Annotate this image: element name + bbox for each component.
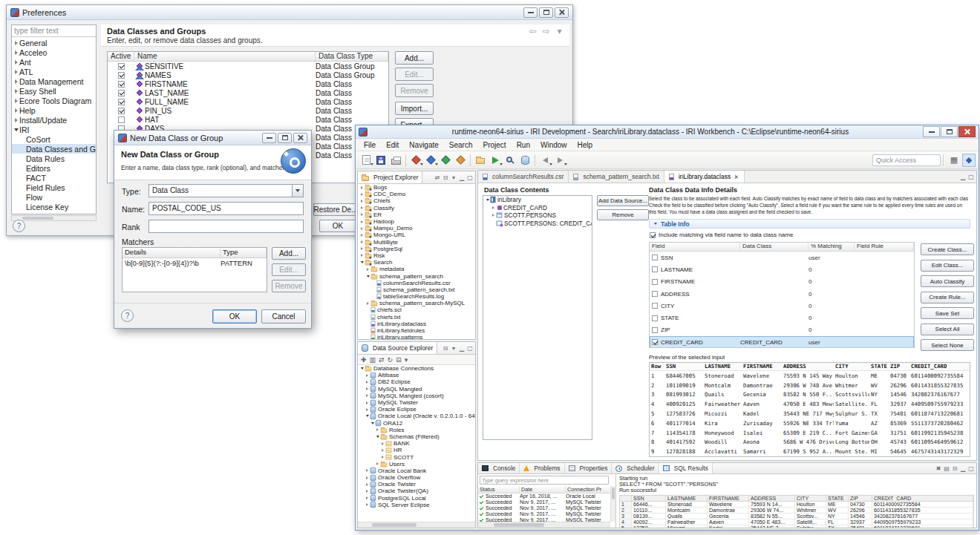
table-row[interactable]: FULL_NAMEData Class <box>108 97 388 106</box>
twistie-icon[interactable] <box>375 462 380 465</box>
twistie-icon[interactable] <box>13 41 19 45</box>
column-header[interactable]: FIRSTNAME <box>708 496 749 501</box>
search-icon[interactable] <box>503 153 517 167</box>
fields-table[interactable]: FieldData Class% MatchingField RuleSSNus… <box>649 242 915 348</box>
twistie-icon[interactable] <box>370 422 375 424</box>
data-source-explorer-item[interactable]: Oracle Overflow <box>358 474 475 481</box>
preview-row[interactable]: 7114354178HoneywoodIsalei65309 E 219 C..… <box>650 428 970 438</box>
data-class-contents-item[interactable]: iriLibrary <box>483 196 592 204</box>
back-icon[interactable]: ⇦ <box>527 26 538 36</box>
back-history-icon[interactable] <box>538 153 552 167</box>
column-header[interactable]: CREDIT_CARD <box>872 496 973 501</box>
preferences-tree-item[interactable]: Help <box>12 105 96 115</box>
status-row[interactable]: SucceededNov 9, 2017, ...MySQL Twister <box>478 505 615 511</box>
menu-search[interactable]: Search <box>444 140 478 151</box>
ok-button[interactable]: OK <box>212 309 257 324</box>
preferences-tree-item[interactable]: Ecore Tools Diagram <box>12 96 96 105</box>
twistie-icon[interactable] <box>365 490 370 493</box>
new-wizard-icon[interactable] <box>359 153 373 167</box>
twistie-icon[interactable] <box>365 374 370 377</box>
field-checkbox[interactable] <box>652 339 658 345</box>
database-icon[interactable] <box>518 153 532 167</box>
data-source-explorer-item[interactable]: Oracle Local (Oracle v. 0.2.0.1.0 - 64bi… <box>358 413 475 419</box>
maximize-button[interactable] <box>539 7 553 18</box>
sql-result-table[interactable]: SSNLASTNAMEFIRSTNAMEADDRESSCITYSTATEZIPC… <box>619 495 974 528</box>
maximize-button[interactable] <box>941 126 958 137</box>
field-row-STATE[interactable]: STATE0 <box>650 312 914 324</box>
preferences-tree-item[interactable]: IRI <box>12 125 96 134</box>
column-header[interactable]: Active <box>108 52 134 61</box>
menu-window[interactable]: Window <box>535 140 572 151</box>
twistie-icon[interactable] <box>485 199 490 201</box>
column-header[interactable]: Name <box>134 52 316 61</box>
minimize-button[interactable] <box>923 126 940 137</box>
preview-row[interactable]: 5127583726MicozziKadel35443 NE 717 HwySu… <box>650 409 970 419</box>
field-checkbox[interactable] <box>652 303 658 309</box>
project-explorer-item[interactable]: tableSearchResults.log <box>358 293 475 300</box>
field-row-FIRSTNAME[interactable]: FIRSTNAME0 <box>650 276 914 288</box>
name-field[interactable]: POSTAL_CODE_US <box>148 202 304 215</box>
twistie-icon[interactable] <box>365 268 370 271</box>
restore-defaults-button[interactable]: Restore De... <box>313 203 358 216</box>
field-checkbox[interactable] <box>652 266 658 272</box>
column-header[interactable]: STATE <box>826 496 849 501</box>
data-source-explorer-item[interactable]: MySQL Twister <box>358 399 475 406</box>
twistie-icon[interactable] <box>359 213 365 216</box>
project-explorer-item[interactable]: MultiByte <box>358 239 475 246</box>
minimize-icon[interactable]: ▁ <box>959 174 967 180</box>
column-header[interactable]: LASTNAME <box>666 496 708 501</box>
run-icon[interactable] <box>489 153 502 167</box>
clear-icon[interactable]: ✖ <box>935 465 942 472</box>
table-row[interactable]: LAST_NAMEData Class <box>108 88 388 97</box>
project-explorer-item[interactable]: Classify <box>358 205 475 211</box>
data-source-explorer-item[interactable]: Database Connections <box>358 365 475 372</box>
column-header[interactable]: Connection Pr <box>566 486 615 493</box>
twistie-icon[interactable] <box>365 408 370 411</box>
twistie-icon[interactable] <box>365 469 370 472</box>
data-source-explorer-item[interactable]: Schemas (Filtered) <box>358 433 475 440</box>
adddatasource-button[interactable]: Add Data Source... <box>597 195 649 206</box>
project-explorer-item[interactable]: chiefs.txt <box>358 314 475 321</box>
minimize-icon[interactable]: ▁ <box>458 174 466 181</box>
minimize-button[interactable] <box>523 7 538 18</box>
add-button[interactable]: Add... <box>395 51 434 65</box>
twistie-icon[interactable] <box>380 449 385 452</box>
active-checkbox[interactable] <box>118 108 125 114</box>
active-checkbox[interactable] <box>118 99 125 105</box>
preferences-tree-item[interactable]: Install/Update <box>12 115 96 125</box>
horizontal-scrollbar[interactable] <box>358 522 475 528</box>
iri-perspective-icon[interactable]: ◆ <box>962 154 976 167</box>
type-combo[interactable]: Data Class <box>148 184 304 197</box>
twistie-icon[interactable] <box>13 50 19 55</box>
column-header[interactable]: Type <box>220 248 267 257</box>
data-source-explorer-item[interactable]: MySQL Mangled <box>358 386 475 393</box>
editclass-button[interactable]: Edit Class... <box>921 260 974 272</box>
table-row[interactable]: NAMESData Class Group <box>108 70 388 79</box>
project-explorer-item[interactable]: Mampu_Demo <box>358 225 475 232</box>
project-explorer-item[interactable]: Bugs <box>358 184 475 191</box>
status-row[interactable]: SucceededNov 9, 2017, ...MySQL Twister <box>478 511 615 517</box>
twistie-icon[interactable] <box>359 200 365 203</box>
preview-row[interactable]: 9127828188AcclavattiSamarri67199 S 952 A… <box>650 447 970 456</box>
data-source-explorer-item[interactable]: SCOTT <box>358 453 475 460</box>
matchers-table[interactable]: DetailsType\b[0-9]{5}(?:-[0-9]{4})?\bPAT… <box>122 247 267 292</box>
twistie-icon[interactable] <box>375 436 380 438</box>
rank-field[interactable] <box>148 220 304 233</box>
tab-properties[interactable]: Properties <box>565 463 612 473</box>
column-header[interactable]: ZIP <box>849 496 872 501</box>
preferences-tree-item[interactable]: FACT <box>12 173 96 183</box>
twistie-icon[interactable] <box>13 89 19 93</box>
minimize-icon[interactable]: ▁ <box>458 345 466 352</box>
field-checkbox[interactable] <box>652 315 658 321</box>
import-button[interactable]: Import... <box>395 102 434 115</box>
view-menu-icon[interactable]: ▾ <box>554 26 565 36</box>
twistie-icon[interactable] <box>359 367 365 370</box>
maximize-icon[interactable]: ▢ <box>967 174 975 180</box>
preview-row[interactable]: 2101109019MontcalmDamontrae29306 W 748 A… <box>650 381 970 390</box>
preferences-tree-item[interactable]: Data Classes and Groups <box>12 144 96 154</box>
column-header[interactable]: ADDRESS <box>749 496 795 501</box>
preview-row[interactable]: 1684467005StoneroadWavelene75593 N 145 W… <box>650 371 970 381</box>
column-header[interactable]: Field <box>650 243 740 251</box>
tab-data-source-explorer[interactable]: Data Source Explorer <box>358 342 437 354</box>
table-row[interactable]: PIN_USData Class <box>108 106 388 115</box>
